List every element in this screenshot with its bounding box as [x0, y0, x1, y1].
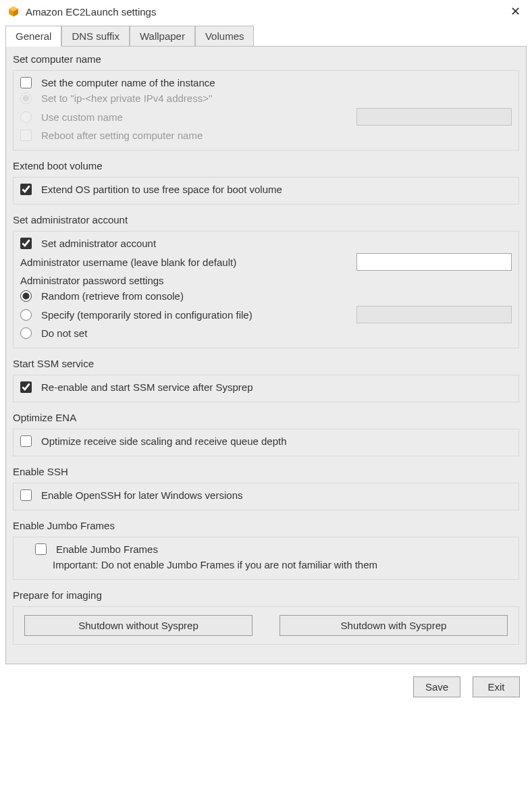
ena-checkbox[interactable] [20, 435, 32, 447]
group-admin: Set administrator account Administrator … [13, 231, 519, 348]
computer-name-ip-radio [20, 92, 32, 104]
pw-random-label: Random (retrieve from console) [41, 290, 184, 302]
group-ena: Optimize receive side scaling and receiv… [13, 429, 519, 456]
jumbo-label: Enable Jumbo Frames [56, 543, 158, 555]
window-title: Amazon EC2Launch settings [26, 6, 505, 18]
shutdown-with-sysprep-button[interactable]: Shutdown with Sysprep [280, 615, 508, 636]
group-ssm: Re-enable and start SSM service after Sy… [13, 375, 519, 402]
group-title-imaging: Prepare for imaging [13, 589, 519, 601]
set-computer-name-checkbox[interactable] [20, 77, 32, 88]
group-computer-name: Set the computer name of the instance Se… [13, 70, 519, 151]
group-title-jumbo: Enable Jumbo Frames [13, 520, 519, 531]
ssh-label: Enable OpenSSH for later Windows version… [41, 489, 242, 501]
general-panel: Set computer name Set the computer name … [5, 46, 527, 664]
reboot-after-name-checkbox [20, 130, 32, 141]
set-admin-label: Set administrator account [41, 238, 156, 249]
group-title-computer-name: Set computer name [13, 53, 519, 65]
pw-none-radio[interactable] [20, 327, 32, 339]
computer-name-custom-radio [20, 111, 32, 123]
reboot-after-name-label: Reboot after setting computer name [41, 130, 203, 141]
group-title-ena: Optimize ENA [13, 412, 519, 423]
title-bar: Amazon EC2Launch settings ✕ [0, 0, 532, 23]
jumbo-checkbox[interactable] [35, 543, 47, 555]
computer-name-ip-label: Set to "ip-<hex private IPv4 address>" [41, 92, 212, 104]
pw-specify-label: Specify (temporarily stored in configura… [41, 309, 252, 321]
tab-dns-suffix[interactable]: DNS suffix [61, 26, 130, 47]
tab-strip: General DNS suffix Wallpaper Volumes [0, 26, 532, 47]
set-admin-checkbox[interactable] [20, 238, 32, 249]
group-extend-boot: Extend OS partition to use free space fo… [13, 177, 519, 205]
extend-boot-label: Extend OS partition to use free space fo… [41, 184, 282, 195]
pw-random-radio[interactable] [20, 290, 32, 302]
tab-wallpaper[interactable]: Wallpaper [130, 26, 195, 47]
jumbo-note: Important: Do not enable Jumbo Frames if… [35, 559, 377, 570]
ssm-checkbox[interactable] [20, 381, 32, 393]
tab-volumes[interactable]: Volumes [195, 26, 255, 47]
exit-button[interactable]: Exit [473, 676, 520, 697]
admin-username-input[interactable] [356, 253, 512, 271]
save-button[interactable]: Save [413, 676, 460, 697]
pw-specify-radio[interactable] [20, 309, 32, 321]
computer-name-custom-input [356, 108, 512, 126]
extend-boot-checkbox[interactable] [20, 184, 32, 195]
group-ssh: Enable OpenSSH for later Windows version… [13, 483, 519, 510]
pw-none-label: Do not set [41, 327, 87, 339]
pw-specify-input [356, 306, 512, 323]
group-title-admin: Set administrator account [13, 214, 519, 225]
close-icon[interactable]: ✕ [505, 4, 525, 19]
aws-box-icon [7, 5, 20, 18]
dialog-footer: Save Exit [0, 670, 532, 708]
group-imaging: Shutdown without Sysprep Shutdown with S… [13, 606, 519, 645]
group-title-ssh: Enable SSH [13, 466, 519, 477]
group-jumbo: Enable Jumbo Frames Important: Do not en… [13, 537, 519, 580]
ssh-checkbox[interactable] [20, 489, 32, 501]
group-title-ssm: Start SSM service [13, 358, 519, 369]
ssm-label: Re-enable and start SSM service after Sy… [41, 381, 252, 393]
admin-password-heading: Administrator password settings [20, 275, 164, 286]
admin-username-label: Administrator username (leave blank for … [20, 257, 236, 268]
computer-name-custom-label: Use custom name [41, 111, 123, 123]
set-computer-name-label: Set the computer name of the instance [41, 77, 215, 88]
tab-general[interactable]: General [5, 26, 61, 47]
ena-label: Optimize receive side scaling and receiv… [41, 435, 287, 447]
group-title-extend-boot: Extend boot volume [13, 160, 519, 171]
shutdown-without-sysprep-button[interactable]: Shutdown without Sysprep [24, 615, 252, 636]
